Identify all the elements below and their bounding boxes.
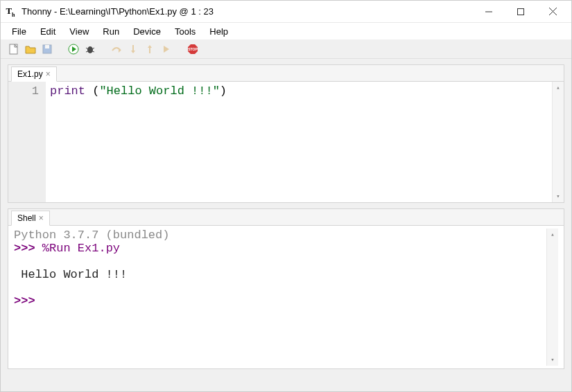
code-close: )	[220, 84, 227, 98]
svg-marker-19	[164, 46, 169, 53]
scroll-up-icon[interactable]: ▴	[547, 229, 558, 240]
save-file-icon[interactable]	[41, 43, 53, 55]
window-title: Thonny - E:\Learning\IT\Python\Ex1.py @ …	[21, 6, 214, 17]
shell-panel: Shell × Python 3.7.7 (bundled) >>> %Run …	[8, 208, 564, 369]
menu-view[interactable]: View	[64, 25, 94, 38]
line-gutter: 1	[8, 82, 46, 202]
step-out-icon[interactable]	[144, 43, 156, 55]
shell-body[interactable]: Python 3.7.7 (bundled) >>> %Run Ex1.py H…	[8, 226, 564, 368]
resume-icon[interactable]	[160, 43, 173, 55]
close-icon[interactable]: ×	[46, 70, 51, 78]
menu-help[interactable]: Help	[204, 25, 234, 38]
editor-tab[interactable]: Ex1.py ×	[11, 66, 57, 82]
svg-line-12	[86, 51, 88, 52]
code-open: (	[85, 84, 99, 98]
app-icon: Th	[3, 6, 17, 18]
svg-marker-16	[131, 51, 135, 53]
svg-marker-18	[148, 45, 152, 48]
titlebar: Th Thonny - E:\Learning\IT\Python\Ex1.py…	[1, 1, 571, 23]
menu-edit[interactable]: Edit	[35, 25, 61, 38]
menu-device[interactable]: Device	[128, 25, 166, 38]
editor-body[interactable]: 1 print ("Hello World !!!") ▴ ▾	[8, 82, 564, 202]
code-string: "Hello World !!!"	[99, 84, 219, 98]
maximize-button[interactable]	[505, 1, 537, 22]
close-icon[interactable]: ×	[39, 214, 44, 222]
toolbar: STOP	[1, 39, 571, 59]
shell-tab[interactable]: Shell ×	[11, 211, 50, 226]
open-file-icon[interactable]	[24, 43, 37, 55]
svg-rect-6	[45, 45, 49, 48]
scroll-up-icon[interactable]: ▴	[553, 82, 564, 93]
editor-tab-label: Ex1.py	[17, 69, 43, 79]
new-file-icon[interactable]	[8, 43, 20, 55]
minimize-button[interactable]	[473, 1, 505, 22]
close-button[interactable]	[537, 1, 569, 22]
shell-run-cmd: %Run Ex1.py	[42, 242, 120, 255]
scroll-down-icon[interactable]: ▾	[547, 354, 558, 366]
code-keyword: print	[50, 84, 85, 98]
step-into-icon[interactable]	[127, 43, 139, 55]
shell-tabbar: Shell ×	[8, 209, 564, 226]
shell-content[interactable]: Python 3.7.7 (bundled) >>> %Run Ex1.py H…	[14, 229, 546, 366]
stop-icon[interactable]: STOP	[187, 43, 199, 55]
svg-point-9	[87, 46, 93, 53]
run-icon[interactable]	[67, 43, 80, 55]
editor-panel: Ex1.py × 1 print ("Hello World !!!") ▴ ▾	[8, 64, 564, 203]
code-area[interactable]: print ("Hello World !!!")	[46, 82, 552, 202]
shell-output: Hello World !!!	[14, 268, 127, 281]
shell-version: Python 3.7.7 (bundled)	[14, 229, 169, 242]
menubar: File Edit View Run Device Tools Help	[1, 23, 571, 39]
shell-scrollbar[interactable]: ▴ ▾	[546, 229, 558, 366]
shell-prompt-2: >>>	[14, 294, 42, 308]
line-number: 1	[8, 84, 39, 98]
svg-line-13	[92, 51, 94, 52]
svg-text:STOP: STOP	[188, 47, 198, 51]
step-over-icon[interactable]	[110, 43, 123, 55]
editor-scrollbar[interactable]: ▴ ▾	[552, 82, 564, 202]
scroll-down-icon[interactable]: ▾	[553, 190, 564, 202]
debug-icon[interactable]	[84, 43, 96, 55]
svg-rect-1	[518, 8, 524, 15]
menu-run[interactable]: Run	[97, 25, 125, 38]
shell-tab-label: Shell	[17, 213, 36, 223]
menu-tools[interactable]: Tools	[169, 25, 201, 38]
shell-prompt: >>>	[14, 242, 42, 255]
menu-file[interactable]: File	[6, 25, 32, 38]
editor-tabbar: Ex1.py ×	[8, 65, 564, 82]
